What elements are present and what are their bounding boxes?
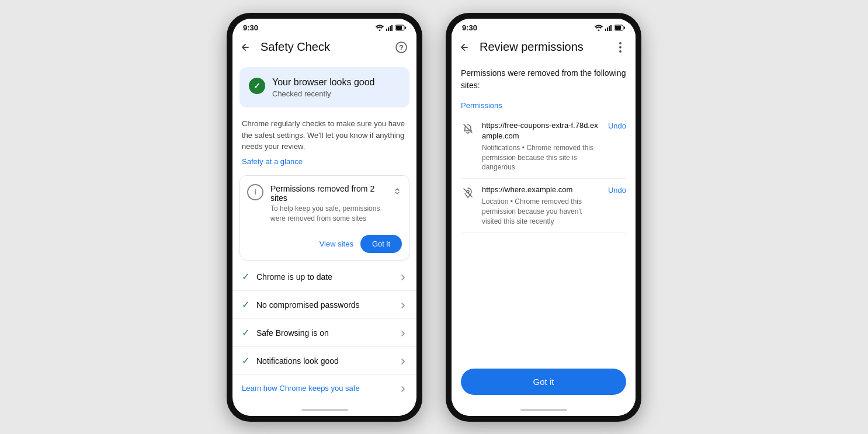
right-home-bar — [520, 409, 567, 411]
undo-link-2[interactable]: Undo — [608, 186, 626, 195]
safety-link[interactable]: Safety at a glance — [232, 155, 416, 173]
right-status-bar: 9:30 — [452, 19, 636, 34]
permission-item-2: https://where.example.com Location • Chr… — [461, 179, 626, 233]
learn-link: Learn how Chrome keeps you safe — [242, 384, 397, 393]
right-screen: 9:30 — [452, 19, 636, 416]
good-title: Your browser looks good — [272, 77, 375, 89]
right-footer: Got it — [452, 362, 636, 404]
right-toolbar: Review permissions — [452, 34, 636, 63]
help-button[interactable]: ? — [391, 37, 412, 58]
permissions-text-block: Permissions removed from 2 sites To help… — [270, 184, 386, 224]
check-label-chrome: Chrome is up to date — [256, 272, 392, 282]
browser-good-card: ✓ Your browser looks good Checked recent… — [239, 67, 409, 108]
perm-details-1: https://free-coupons-extra-f.78d.example… — [482, 120, 601, 173]
check-icon-safe-browsing: ✓ — [242, 327, 249, 338]
left-screen: 9:30 — [232, 19, 416, 416]
perm-type-2: Location — [482, 197, 508, 206]
right-back-button[interactable] — [454, 37, 475, 58]
right-battery-icon — [614, 25, 625, 31]
check-mark: ✓ — [254, 81, 261, 91]
home-bar — [301, 409, 348, 411]
view-sites-link[interactable]: View sites — [320, 239, 353, 248]
svg-rect-9 — [605, 29, 606, 31]
chevron-notifications — [399, 356, 407, 366]
svg-rect-3 — [391, 25, 393, 31]
info-icon: i — [247, 184, 263, 200]
check-item-chrome-update[interactable]: ✓ Chrome is up to date — [232, 263, 416, 291]
svg-point-18 — [619, 50, 622, 53]
right-time: 9:30 — [462, 23, 477, 32]
learn-link-row[interactable]: Learn how Chrome keeps you safe — [232, 375, 416, 401]
right-signal-icon — [605, 25, 612, 31]
chevron-chrome — [399, 272, 407, 282]
check-item-passwords[interactable]: ✓ No compromised passwords — [232, 291, 416, 319]
svg-point-17 — [619, 46, 622, 48]
check-label-notifications: Notifications look good — [256, 356, 392, 366]
perm-url-2: https://where.example.com — [482, 185, 601, 195]
notifications-off-icon — [461, 121, 475, 136]
svg-rect-14 — [615, 26, 621, 30]
check-items-list: ✓ Chrome is up to date ✓ No compromised … — [232, 263, 416, 375]
svg-rect-6 — [405, 26, 406, 29]
check-icon-notifications: ✓ — [242, 355, 249, 366]
left-phone: 9:30 — [227, 13, 422, 422]
permissions-subtitle: To help keep you safe, permissions were … — [270, 204, 386, 224]
permissions-removed-text: Permissions were removed from the follow… — [461, 63, 626, 99]
more-options-button[interactable] — [610, 37, 631, 58]
right-phone: 9:30 — [446, 13, 641, 422]
check-item-notifications[interactable]: ✓ Notifications look good — [232, 347, 416, 375]
location-off-icon — [461, 186, 475, 200]
svg-rect-15 — [624, 26, 625, 29]
svg-rect-1 — [388, 27, 389, 31]
svg-rect-5 — [396, 26, 402, 30]
permissions-title: Permissions removed from 2 sites — [270, 184, 386, 203]
description-text: Chrome regularly checks to make sure you… — [232, 112, 416, 155]
right-screen-content: Permissions were removed from the follow… — [452, 63, 636, 362]
perm-url-1: https://free-coupons-extra-f.78d.example… — [482, 120, 601, 141]
help-circle-icon: ? — [395, 41, 408, 54]
right-home-indicator — [452, 404, 636, 416]
perm-details-2: https://where.example.com Location • Chr… — [482, 185, 601, 227]
got-it-button[interactable]: Got it — [360, 235, 402, 253]
learn-chevron-icon — [399, 383, 407, 393]
perm-type-1: Notifications — [482, 144, 520, 152]
back-button[interactable] — [235, 37, 256, 58]
right-status-icons — [595, 25, 625, 31]
undo-link-1[interactable]: Undo — [608, 121, 626, 130]
chevron-passwords — [399, 300, 407, 310]
permission-item-1: https://free-coupons-extra-f.78d.example… — [461, 114, 626, 179]
svg-rect-0 — [386, 29, 387, 31]
phones-container: 9:30 — [227, 13, 641, 422]
svg-rect-10 — [607, 27, 608, 31]
perm-desc-2: Location • Chrome removed this permissio… — [482, 197, 601, 226]
left-status-icons — [376, 25, 406, 31]
permissions-actions: View sites Got it — [240, 230, 409, 260]
check-label-safe-browsing: Safe Browsing is on — [256, 328, 392, 338]
signal-icon — [386, 25, 393, 31]
more-options-icon — [619, 42, 622, 53]
battery-icon — [395, 25, 406, 31]
check-circle: ✓ — [249, 78, 265, 94]
svg-rect-2 — [390, 26, 391, 31]
permissions-header: i Permissions removed from 2 sites To he… — [240, 176, 409, 231]
wifi-icon — [376, 25, 384, 31]
good-card-text: Your browser looks good Checked recently — [272, 77, 375, 99]
svg-point-19 — [467, 190, 469, 193]
good-subtitle: Checked recently — [272, 89, 375, 98]
left-toolbar: Safety Check ? — [232, 34, 416, 63]
right-toolbar-title: Review permissions — [477, 40, 607, 54]
check-item-safe-browsing[interactable]: ✓ Safe Browsing is on — [232, 319, 416, 347]
svg-rect-11 — [609, 26, 610, 31]
chevron-safe-browsing — [399, 328, 407, 338]
check-icon-chrome: ✓ — [242, 271, 249, 282]
check-icon-passwords: ✓ — [242, 299, 249, 310]
permissions-section-label: Permissions — [461, 99, 626, 114]
right-got-it-button[interactable]: Got it — [461, 369, 626, 395]
left-screen-content: ✓ Your browser looks good Checked recent… — [232, 63, 416, 404]
left-toolbar-title: Safety Check — [258, 40, 388, 54]
svg-point-16 — [619, 42, 622, 44]
left-time: 9:30 — [243, 23, 258, 32]
svg-text:?: ? — [399, 43, 404, 51]
left-home-indicator — [232, 404, 416, 416]
permissions-chevron-icon — [393, 185, 402, 196]
